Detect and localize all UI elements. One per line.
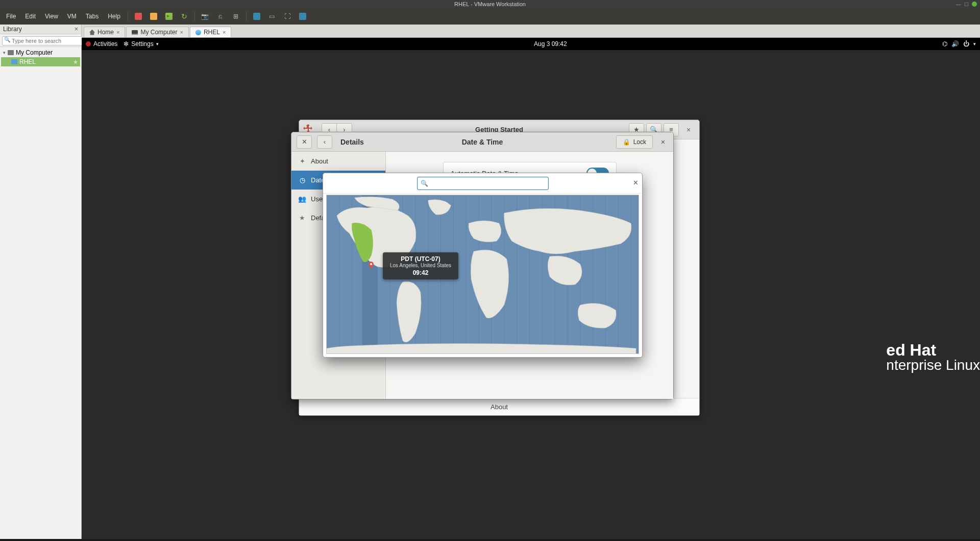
world-map[interactable] — [327, 195, 639, 354]
lock-label: Lock — [633, 138, 646, 146]
cycle-icon: ↻ — [181, 12, 187, 20]
tree-twisty-icon[interactable]: ▾ — [3, 50, 6, 55]
tab-label: My Computer — [140, 29, 177, 36]
settings-menu[interactable]: ✻ Settings ▾ — [124, 40, 158, 48]
timezone-map[interactable]: PDT (UTC-07) Los Angeles, United States … — [326, 195, 639, 354]
timezone-header: 🔍 × — [323, 173, 642, 194]
fullscreen-button[interactable]: ⛶ — [280, 9, 295, 23]
favorite-icon[interactable]: ★ — [73, 59, 78, 65]
snapshot-icon: 📷 — [201, 13, 209, 20]
library-item-label: RHEL — [19, 58, 36, 65]
timezone-dialog[interactable]: 🔍 × — [323, 173, 643, 358]
menu-vm[interactable]: VM — [63, 11, 81, 22]
timezone-location: Los Angeles, United States — [390, 263, 451, 268]
search-icon: 🔍 — [421, 180, 428, 187]
activities-button[interactable]: Activities — [86, 40, 117, 48]
library-title: Library — [3, 26, 22, 33]
tab-close-icon[interactable]: × — [116, 29, 119, 35]
library-item-label: My Computer — [16, 49, 53, 56]
details-header[interactable]: ✕ ‹ Details Date & Time 🔒 Lock × — [291, 132, 673, 152]
play-button[interactable] — [162, 9, 176, 23]
timezone-search-input[interactable] — [430, 180, 545, 187]
timezone-close-button[interactable]: × — [633, 178, 638, 187]
window-title: RHEL - VMware Workstation — [454, 1, 526, 7]
thumb-icon: ▭ — [269, 13, 275, 20]
close-icon: × — [661, 137, 666, 146]
library-item-mycomputer[interactable]: ▾ My Computer — [1, 48, 80, 57]
back-button[interactable]: ‹ — [317, 135, 332, 149]
gs-footer[interactable]: About — [299, 398, 699, 415]
library-header: Library × — [0, 25, 81, 34]
lock-button[interactable]: 🔒 Lock — [616, 135, 653, 149]
manage-icon: ⊞ — [233, 13, 238, 20]
power-icon[interactable]: ⏻ — [963, 40, 969, 48]
redhat-icon — [86, 41, 91, 46]
restart-button[interactable]: ↻ — [177, 9, 191, 23]
gnome-topbar: Activities ✻ Settings ▾ Aug 3 09:42 ⌬ 🔊 … — [82, 38, 980, 50]
tools-icon: ✕ — [302, 138, 307, 146]
menu-edit[interactable]: Edit — [21, 11, 40, 22]
close-icon[interactable] — [972, 2, 977, 7]
toolbar-divider-2 — [194, 11, 195, 21]
gs-footer-label: About — [491, 403, 508, 411]
network-icon[interactable]: ⌬ — [942, 40, 947, 48]
chevron-down-icon[interactable]: ▾ — [973, 41, 976, 46]
plus-icon: ✦ — [299, 157, 306, 165]
lock-icon: 🔒 — [623, 138, 630, 146]
tab-home[interactable]: Home × — [84, 27, 125, 37]
minimize-icon[interactable]: — — [956, 2, 961, 7]
library-item-rhel[interactable]: RHEL ★ — [1, 57, 80, 66]
manage-button[interactable]: ⊞ — [229, 9, 243, 23]
thumbnail-button[interactable]: ▭ — [265, 9, 279, 23]
timezone-name: PDT (UTC-07) — [390, 255, 451, 263]
volume-icon[interactable]: 🔊 — [951, 40, 959, 48]
toolbar-divider — [128, 11, 128, 21]
menu-help[interactable]: Help — [104, 11, 125, 22]
menu-view[interactable]: View — [41, 11, 62, 22]
computer-icon — [8, 50, 14, 55]
pause-button[interactable] — [146, 9, 161, 23]
timezone-pin — [369, 262, 374, 269]
library-search: 🔍 ▾ — [0, 34, 81, 47]
unity-button[interactable] — [296, 9, 310, 23]
svg-point-26 — [370, 263, 372, 265]
gear-icon: ✻ — [124, 40, 129, 48]
library-close-icon[interactable]: × — [75, 26, 78, 33]
library-search-input[interactable] — [2, 36, 85, 45]
maximize-icon[interactable]: ☐ — [964, 2, 969, 7]
tab-rhel[interactable]: RHEL × — [190, 27, 231, 37]
unity-icon — [299, 13, 306, 20]
home-icon — [89, 30, 95, 35]
tab-mycomputer[interactable]: My Computer × — [126, 27, 188, 37]
power-off-button[interactable] — [131, 9, 145, 23]
content-area: Home × My Computer × RHEL × Activities — [82, 25, 980, 541]
brand-line1: ed Hat — [886, 342, 980, 358]
activities-label: Activities — [93, 40, 117, 48]
vm-tabbar: Home × My Computer × RHEL × — [82, 25, 980, 38]
menu-file[interactable]: File — [2, 11, 20, 22]
gs-close-button[interactable]: × — [681, 123, 696, 136]
gnome-desktop[interactable]: ed Hat nterprise Linux ‹ › Getting Start… — [82, 50, 980, 541]
brand-line2: nterprise Linux — [886, 358, 980, 372]
stop-icon — [135, 13, 142, 20]
topbar-datetime[interactable]: Aug 3 09:42 — [159, 40, 942, 48]
chevron-left-icon: ‹ — [324, 138, 326, 146]
timezone-time: 09:42 — [390, 269, 451, 276]
timezone-tooltip: PDT (UTC-07) Los Angeles, United States … — [383, 252, 458, 279]
star-icon: ★ — [299, 214, 306, 222]
snapshot-button[interactable]: 📷 — [198, 9, 212, 23]
sidebar-item-about[interactable]: ✦ About — [291, 152, 385, 171]
details-label: Details — [340, 138, 364, 146]
library-tree: ▾ My Computer RHEL ★ — [0, 47, 81, 67]
tab-close-icon[interactable]: × — [180, 29, 183, 35]
revert-button[interactable]: ⎌ — [213, 9, 228, 23]
all-settings-button[interactable]: ✕ — [297, 135, 312, 149]
console-button[interactable] — [250, 9, 264, 23]
tab-close-icon[interactable]: × — [223, 29, 226, 35]
timezone-search[interactable]: 🔍 — [417, 177, 549, 190]
details-close-button[interactable]: × — [656, 135, 670, 149]
revert-icon: ⎌ — [218, 13, 222, 20]
menu-tabs[interactable]: Tabs — [82, 11, 103, 22]
tab-label: RHEL — [204, 29, 220, 36]
menubar: File Edit View VM Tabs Help ↻ 📷 ⎌ ⊞ ▭ ⛶ — [0, 8, 980, 25]
